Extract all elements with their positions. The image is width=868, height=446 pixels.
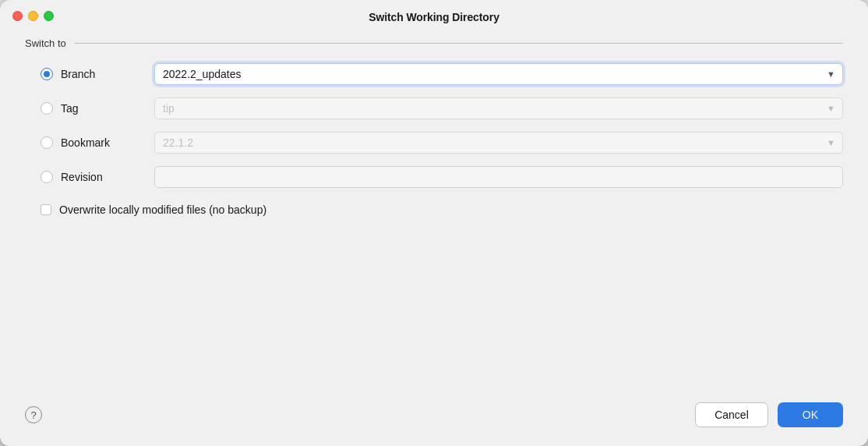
overwrite-checkbox[interactable] — [41, 204, 51, 215]
tag-select-wrapper: tip ▼ — [154, 97, 843, 119]
revision-input[interactable] — [154, 166, 843, 188]
bookmark-radio[interactable] — [41, 136, 53, 149]
section-label: Switch to — [25, 37, 843, 49]
revision-row: Revision — [41, 160, 843, 194]
close-button[interactable] — [12, 11, 23, 21]
revision-radio-label[interactable]: Revision — [41, 171, 142, 183]
tag-row: Tag tip ▼ — [41, 91, 843, 126]
options-grid: Branch 2022.2_updates main develop ▼ Tag — [41, 57, 843, 194]
title-bar: Switch Working Directory — [0, 0, 868, 31]
traffic-lights — [12, 11, 54, 21]
help-button[interactable]: ? — [25, 406, 42, 423]
bookmark-radio-label[interactable]: Bookmark — [41, 136, 142, 149]
window-title: Switch Working Directory — [369, 11, 499, 23]
revision-input-wrapper — [154, 166, 843, 188]
branch-row: Branch 2022.2_updates main develop ▼ — [41, 57, 843, 91]
branch-radio[interactable] — [41, 68, 53, 80]
maximize-button[interactable] — [44, 11, 54, 21]
tag-label: Tag — [61, 102, 79, 115]
branch-label: Branch — [61, 68, 95, 80]
minimize-button[interactable] — [28, 11, 38, 21]
ok-button[interactable]: OK — [778, 402, 843, 427]
branch-select[interactable]: 2022.2_updates main develop — [154, 63, 843, 85]
tag-radio[interactable] — [41, 102, 53, 115]
overwrite-label: Overwrite locally modified files (no bac… — [59, 204, 266, 216]
bookmark-select-wrapper: 22.1.2 ▼ — [154, 132, 843, 154]
revision-radio[interactable] — [41, 171, 53, 183]
footer: ? Cancel OK — [0, 391, 868, 446]
branch-select-wrapper: 2022.2_updates main develop ▼ — [154, 63, 843, 85]
tag-select[interactable]: tip — [154, 97, 843, 119]
cancel-button[interactable]: Cancel — [695, 402, 768, 427]
content-area: Switch to Branch 2022.2_updates main dev… — [0, 31, 868, 391]
footer-buttons: Cancel OK — [695, 402, 843, 427]
revision-label: Revision — [61, 171, 103, 183]
dialog: Switch Working Directory Switch to Branc… — [0, 0, 868, 446]
bookmark-select[interactable]: 22.1.2 — [154, 132, 843, 154]
bookmark-row: Bookmark 22.1.2 ▼ — [41, 126, 843, 160]
branch-radio-label[interactable]: Branch — [41, 68, 142, 80]
tag-radio-label[interactable]: Tag — [41, 102, 142, 115]
bookmark-label: Bookmark — [61, 136, 110, 149]
checkbox-row: Overwrite locally modified files (no bac… — [41, 204, 843, 216]
